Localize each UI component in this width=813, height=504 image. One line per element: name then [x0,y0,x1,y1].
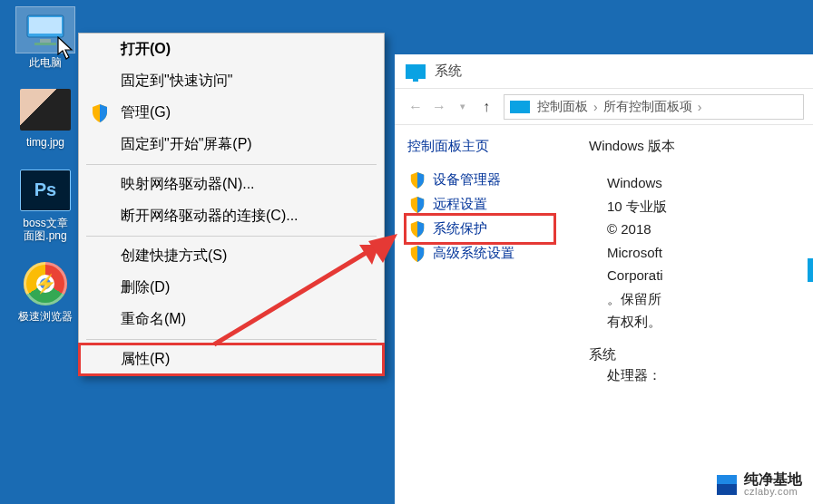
system-window-body: 控制面板主页 设备管理器 远程设置 系统保护 高级系统设置 Windows 版本… [395,125,813,388]
shield-icon [409,197,426,213]
ps-file-label: boss文章 面图.png [9,217,82,243]
watermark-name: 纯净基地 [744,472,802,487]
nav-recent-button[interactable]: ▾ [451,101,475,112]
link-advanced-settings[interactable]: 高级系统设置 [407,241,553,266]
menu-separator [86,339,377,340]
window-titlebar[interactable]: 系统 [395,54,813,89]
desktop-icons-column: 此电脑 timg.jpg Ps boss文章 面图.png ⚡ 极速浏览器 [0,0,91,341]
svg-rect-3 [34,43,56,45]
menu-pin-start[interactable]: 固定到"开始"屏幕(P) [79,129,384,160]
shield-icon [409,246,426,262]
breadcrumb-control-panel[interactable]: 控制面板 [537,99,588,115]
breadcrumb-all-items[interactable]: 所有控制面板项 [603,99,692,115]
menu-properties[interactable]: 属性(R) [79,344,384,375]
edition-line2: 10 专业版 [607,195,802,218]
shield-icon [92,104,108,122]
desktop-icon-ps-file[interactable]: Ps boss文章 面图.png [9,168,82,243]
breadcrumb-path[interactable]: 控制面板 › 所有控制面板项 › [504,94,804,120]
processor-label: 处理器： [607,367,661,384]
desktop-icon-image-file[interactable]: timg.jpg [9,87,82,149]
copyright-line5: 有权利。 [607,310,802,334]
link-device-manager[interactable]: 设备管理器 [407,168,553,192]
watermark-url: czlaby.com [744,487,802,497]
window-title: 系统 [435,63,462,80]
cursor-icon [56,36,76,62]
desktop-icon-browser[interactable]: ⚡ 极速浏览器 [9,261,82,323]
watermark: 纯净基地 czlaby.com [717,472,802,497]
svg-rect-2 [40,39,51,43]
device-manager-label: 设备管理器 [433,171,501,189]
menu-open[interactable]: 打开(O) [79,34,384,65]
nav-back-button[interactable]: ← [404,99,427,115]
menu-separator [86,236,377,237]
watermark-logo-icon [717,475,737,495]
chevron-right-icon: › [593,100,598,114]
control-panel-sidebar: 控制面板主页 设备管理器 远程设置 系统保护 高级系统设置 [407,138,553,388]
svg-rect-1 [29,17,62,34]
image-file-label: timg.jpg [9,136,82,149]
edition-line1: Windows [607,171,802,195]
remote-settings-label: 远程设置 [433,196,487,213]
context-menu: 打开(O) 固定到"快速访问" 管理(G) 固定到"开始"屏幕(P) 映射网络驱… [78,33,385,376]
menu-rename[interactable]: 重命名(M) [79,304,384,335]
menu-map-network-drive[interactable]: 映射网络驱动器(N)... [79,169,384,200]
image-thumb-icon [16,87,74,132]
copyright-line1: © 2018 [607,218,802,241]
menu-delete[interactable]: 删除(D) [79,272,384,304]
nav-up-button[interactable]: ↑ [475,99,498,115]
menu-pin-quick-access[interactable]: 固定到"快速访问" [79,65,384,97]
nav-forward-button[interactable]: → [427,99,451,115]
copyright-line2: Microsoft [607,241,802,265]
menu-manage[interactable]: 管理(G) [79,97,384,129]
link-remote-settings[interactable]: 远程设置 [407,192,553,217]
breadcrumb-pc-icon [510,101,530,113]
link-system-protection[interactable]: 系统保护 [407,217,553,241]
chevron-right-icon: › [698,100,702,114]
windows-edition-heading: Windows 版本 [589,138,802,155]
system-section: 系统 处理器： [589,346,802,388]
menu-separator [86,164,377,165]
browser-label: 极速浏览器 [9,310,82,323]
shield-icon [409,221,426,237]
system-window-icon [406,64,426,79]
advanced-settings-label: 高级系统设置 [433,245,514,262]
accent-bar [808,258,813,282]
chrome-icon: ⚡ [16,261,74,306]
system-info-panel: Windows 版本 Windows 10 专业版 © 2018 Microso… [553,138,813,388]
copyright-line4: 。保留所 [607,287,802,311]
breadcrumb: ← → ▾ ↑ 控制面板 › 所有控制面板项 › [395,89,813,125]
ps-thumb-icon: Ps [16,168,74,213]
menu-manage-label: 管理(G) [121,104,171,120]
menu-create-shortcut[interactable]: 创建快捷方式(S) [79,240,384,272]
system-window: 系统 ← → ▾ ↑ 控制面板 › 所有控制面板项 › 控制面板主页 设备管理器… [395,54,813,504]
control-panel-home-link[interactable]: 控制面板主页 [407,138,553,155]
copyright-line3: Corporati [607,264,802,287]
menu-disconnect-network-drive[interactable]: 断开网络驱动器的连接(C)... [79,200,384,232]
windows-edition-block: Windows 10 专业版 © 2018 Microsoft Corporat… [607,171,802,334]
system-protection-label: 系统保护 [433,220,487,237]
system-section-heading: 系统 [589,346,802,363]
shield-icon [409,172,426,189]
